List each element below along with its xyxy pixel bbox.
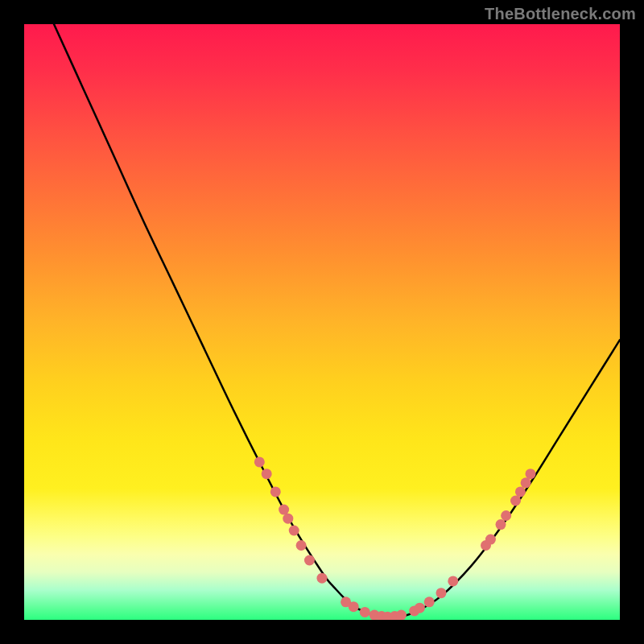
data-marker bbox=[396, 610, 407, 620]
data-marker bbox=[448, 576, 458, 586]
data-marker bbox=[289, 526, 299, 536]
watermark-text: TheBottleneck.com bbox=[485, 5, 636, 23]
data-marker bbox=[436, 588, 447, 598]
data-marker bbox=[254, 456, 265, 467]
data-marker bbox=[485, 535, 496, 545]
data-marker bbox=[521, 477, 531, 488]
data-marker bbox=[279, 505, 289, 515]
data-marker bbox=[317, 573, 328, 584]
data-marker bbox=[304, 555, 315, 566]
marker-group bbox=[254, 456, 536, 620]
data-marker bbox=[349, 601, 359, 612]
data-marker bbox=[501, 510, 511, 521]
data-marker bbox=[496, 519, 506, 530]
chart-svg-layer bbox=[24, 24, 620, 620]
data-marker bbox=[424, 597, 435, 607]
chart-frame: TheBottleneck.com bbox=[0, 0, 644, 644]
data-marker bbox=[415, 603, 425, 613]
data-marker bbox=[262, 469, 272, 479]
bottleneck-curve bbox=[54, 24, 620, 617]
data-marker bbox=[526, 469, 536, 479]
data-marker bbox=[510, 496, 521, 506]
data-marker bbox=[270, 486, 281, 497]
data-marker bbox=[515, 486, 526, 497]
data-marker bbox=[360, 607, 370, 617]
data-marker bbox=[283, 514, 293, 524]
plot-area bbox=[24, 24, 620, 620]
data-marker bbox=[296, 540, 307, 551]
